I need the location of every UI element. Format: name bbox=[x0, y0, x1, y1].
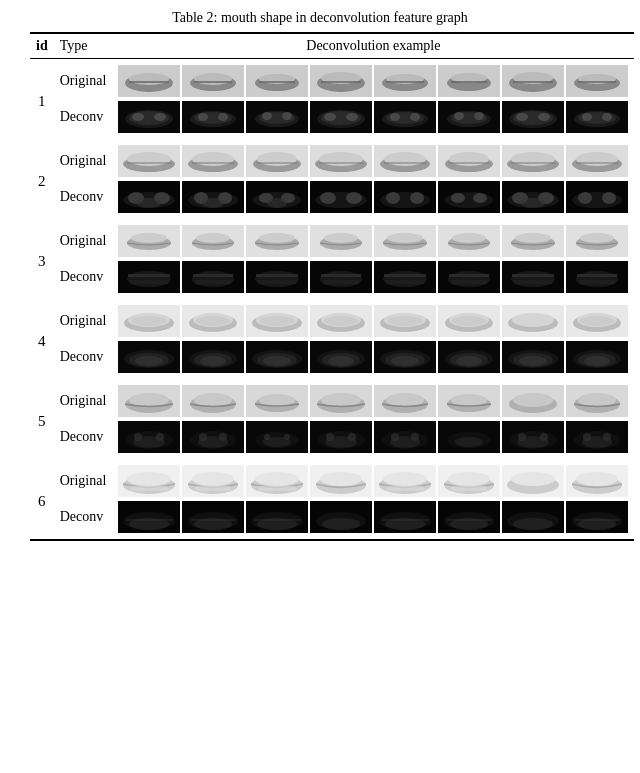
row-images-5-deconv bbox=[112, 419, 634, 459]
lip-image-deconv bbox=[438, 501, 500, 533]
header-row: id Type Deconvolution example bbox=[30, 33, 634, 59]
svg-point-310 bbox=[455, 437, 483, 447]
lip-image bbox=[118, 465, 180, 497]
row-id-2: 2 bbox=[30, 139, 54, 219]
lip-image-deconv bbox=[310, 421, 372, 453]
svg-point-177 bbox=[320, 271, 362, 287]
row-images-2-original bbox=[112, 139, 634, 179]
svg-point-2 bbox=[129, 73, 169, 85]
lip-image-deconv bbox=[374, 261, 436, 293]
row-type-5-deconv: Deconv bbox=[54, 419, 113, 459]
lip-image bbox=[438, 385, 500, 417]
data-table: id Type Deconvolution example 1 Original bbox=[30, 32, 634, 541]
table-row: Deconv bbox=[30, 259, 634, 299]
row-type-4-deconv: Deconv bbox=[54, 339, 113, 379]
svg-point-207 bbox=[259, 316, 295, 326]
row-type-1-deconv: Deconv bbox=[54, 99, 113, 139]
svg-rect-194 bbox=[577, 274, 617, 277]
lip-image-deconv bbox=[502, 341, 564, 373]
svg-point-282 bbox=[578, 393, 616, 407]
table-row: Deconv bbox=[30, 339, 634, 379]
row-images-1-deconv bbox=[112, 99, 634, 139]
svg-point-230 bbox=[135, 356, 163, 366]
row-type-2-deconv: Deconv bbox=[54, 179, 113, 219]
lip-image-deconv bbox=[310, 501, 372, 533]
svg-point-286 bbox=[134, 433, 142, 441]
lip-image-deconv bbox=[118, 181, 180, 213]
table-caption: Table 2: mouth shape in deconvolution fe… bbox=[30, 10, 610, 26]
lip-image bbox=[118, 225, 180, 257]
svg-point-60 bbox=[454, 112, 464, 120]
lip-image-deconv bbox=[118, 101, 180, 133]
lip-image bbox=[118, 145, 180, 177]
lip-image-deconv bbox=[502, 101, 564, 133]
lip-image bbox=[374, 385, 436, 417]
svg-point-45 bbox=[262, 112, 272, 120]
svg-point-70 bbox=[582, 113, 592, 121]
svg-point-258 bbox=[584, 356, 610, 366]
lip-image-deconv bbox=[502, 421, 564, 453]
lip-image bbox=[566, 65, 628, 97]
lip-image-deconv bbox=[566, 421, 628, 453]
svg-point-222 bbox=[512, 313, 554, 327]
svg-point-55 bbox=[390, 113, 400, 121]
header-id: id bbox=[30, 33, 54, 59]
lip-image-deconv bbox=[182, 261, 244, 293]
svg-point-46 bbox=[282, 112, 292, 120]
row-type-6-deconv: Deconv bbox=[54, 499, 113, 540]
svg-rect-183 bbox=[386, 280, 424, 284]
lip-image-deconv bbox=[310, 101, 372, 133]
svg-point-276 bbox=[451, 394, 487, 406]
svg-point-234 bbox=[200, 356, 226, 366]
row-type-4-original: Original bbox=[54, 299, 113, 339]
table-row: Deconv bbox=[30, 419, 634, 459]
lip-image bbox=[310, 385, 372, 417]
svg-point-145 bbox=[196, 233, 230, 243]
row-type-5-original: Original bbox=[54, 379, 113, 419]
lip-image-deconv bbox=[182, 341, 244, 373]
row-type-3-original: Original bbox=[54, 219, 113, 259]
svg-point-86 bbox=[319, 152, 363, 166]
svg-rect-166 bbox=[128, 274, 170, 277]
row-id-4: 4 bbox=[30, 299, 54, 379]
svg-point-279 bbox=[513, 393, 553, 407]
svg-point-307 bbox=[411, 433, 419, 441]
lip-image bbox=[246, 465, 308, 497]
row-images-1-original bbox=[112, 59, 634, 100]
lip-image bbox=[246, 65, 308, 97]
svg-point-139 bbox=[602, 192, 616, 204]
svg-point-173 bbox=[255, 271, 299, 287]
lip-image-deconv bbox=[246, 341, 308, 373]
svg-point-126 bbox=[410, 192, 424, 204]
lip-image-deconv bbox=[502, 181, 564, 213]
lip-image bbox=[182, 305, 244, 337]
svg-point-65 bbox=[516, 113, 528, 121]
lip-image-deconv bbox=[310, 261, 372, 293]
svg-point-267 bbox=[259, 394, 295, 406]
svg-rect-328 bbox=[195, 486, 231, 491]
lip-image-deconv bbox=[438, 181, 500, 213]
svg-point-315 bbox=[540, 433, 548, 441]
table-row: Deconv bbox=[30, 499, 634, 540]
svg-point-301 bbox=[326, 433, 334, 441]
svg-rect-186 bbox=[449, 274, 489, 277]
row-id-1: 1 bbox=[30, 59, 54, 140]
svg-point-219 bbox=[452, 316, 486, 326]
lip-image-deconv bbox=[310, 341, 372, 373]
lip-image-deconv bbox=[118, 341, 180, 373]
svg-rect-195 bbox=[579, 280, 615, 284]
table-row: Deconv bbox=[30, 99, 634, 139]
row-images-3-deconv bbox=[112, 259, 634, 299]
svg-point-36 bbox=[154, 113, 166, 121]
svg-point-165 bbox=[127, 271, 171, 287]
lip-image-deconv bbox=[310, 181, 372, 213]
lip-image bbox=[502, 385, 564, 417]
lip-image bbox=[246, 145, 308, 177]
lip-image-deconv bbox=[182, 101, 244, 133]
svg-point-122 bbox=[346, 192, 362, 204]
svg-point-61 bbox=[474, 112, 484, 120]
lip-image-deconv bbox=[566, 181, 628, 213]
svg-point-246 bbox=[391, 356, 419, 366]
svg-point-51 bbox=[346, 113, 358, 121]
svg-point-346 bbox=[511, 472, 555, 486]
